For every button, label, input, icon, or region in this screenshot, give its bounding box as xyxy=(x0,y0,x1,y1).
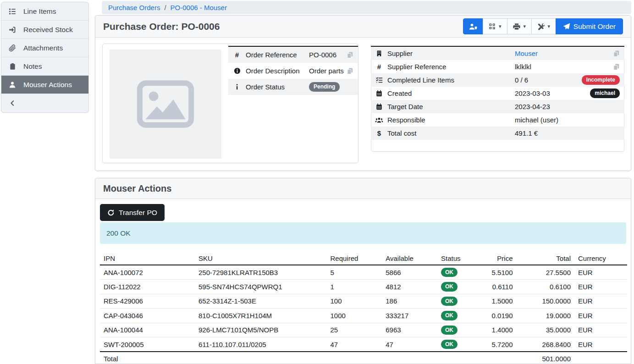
submit-order-button[interactable]: Submit Order xyxy=(556,18,623,34)
users-icon xyxy=(371,117,387,123)
cell-sku: 250-72981KLRATR150B3 xyxy=(195,265,327,280)
cell-ipn: DIG-112022 xyxy=(100,280,195,294)
ok-badge: OK xyxy=(441,268,458,277)
cell-total: 268.8400 xyxy=(517,337,575,352)
breadcrumb: Purchase Orders / PO-0006 - Mouser xyxy=(102,1,631,14)
copy-icon[interactable] xyxy=(347,51,358,59)
mouser-actions-body: Transfer PO 200 OK IPN SKU Required Avai… xyxy=(95,199,631,364)
cell-available: 5866 xyxy=(382,265,437,280)
cell-sku: 595-SN74HCS74QPWRQ1 xyxy=(195,280,327,294)
submit-order-label: Submit Order xyxy=(573,22,616,31)
cell-required: 47 xyxy=(327,337,382,352)
breadcrumb-link-current[interactable]: PO-0006 - Mouser xyxy=(171,4,227,11)
cell-currency: EUR xyxy=(574,294,627,308)
sidebar-item-notes[interactable]: Notes xyxy=(1,57,88,76)
table-row: DIG-112022 595-SN74HCS74QPWRQ1 1 4812 OK… xyxy=(100,280,627,294)
breadcrumb-link-purchase-orders[interactable]: Purchase Orders xyxy=(108,4,160,11)
purchase-order-panel-body: # Order Reference PO-0006 Order Descript… xyxy=(95,38,631,171)
mouser-actions-title: Mouser Actions xyxy=(103,183,171,194)
cell-ipn: SWT-200005 xyxy=(100,337,195,352)
col-sku: SKU xyxy=(195,252,327,265)
sidebar-collapse[interactable] xyxy=(1,94,88,112)
user-badge: michael xyxy=(590,88,620,98)
hashtag-icon: # xyxy=(228,51,246,59)
cell-ipn: CAP-043046 xyxy=(100,309,195,323)
cell-price: 5.7200 xyxy=(485,337,517,352)
detail-label: Supplier Reference xyxy=(387,63,515,71)
detail-label: Total cost xyxy=(387,129,515,137)
sidebar: Line Items Received Stock Attachments No… xyxy=(1,2,89,113)
incomplete-badge: Incomplete xyxy=(582,75,620,84)
print-menu-button[interactable]: ▾ xyxy=(507,18,532,34)
detail-label: Completed Line Items xyxy=(387,76,515,84)
detail-value: 2023-03-03 xyxy=(515,89,550,97)
calendar-icon xyxy=(371,90,387,97)
detail-value: PO-0006 xyxy=(309,51,336,59)
detail-value: lklklkl xyxy=(515,63,531,71)
mouser-actions-header: Mouser Actions xyxy=(95,178,631,199)
detail-value: 2023-04-23 xyxy=(515,103,550,110)
cell-total: 150.0000 xyxy=(517,294,575,308)
chevron-down-icon: ▾ xyxy=(524,24,526,29)
cell-price: 1.4000 xyxy=(485,323,517,337)
ok-badge: OK xyxy=(441,297,458,306)
cell-required: 5 xyxy=(327,265,382,280)
detail-value: michael (user) xyxy=(515,116,558,124)
detail-row-responsible: Responsible michael (user) xyxy=(371,113,624,127)
list-ol-icon xyxy=(1,8,23,15)
col-required: Required xyxy=(327,252,382,265)
cell-total: 19.0000 xyxy=(517,309,575,323)
cell-status: OK xyxy=(437,323,485,337)
qrcode-icon xyxy=(489,23,496,30)
table-row: RES-429006 652-3314Z-1-503E 100 186 OK 1… xyxy=(100,294,627,308)
copy-icon[interactable] xyxy=(347,67,358,75)
cell-currency: EUR xyxy=(574,337,627,352)
col-price: Price xyxy=(485,252,517,265)
sidebar-item-received-stock[interactable]: Received Stock xyxy=(1,21,88,39)
cell-sku: 926-LMC7101QM5/NOPB xyxy=(195,323,327,337)
cell-currency: EUR xyxy=(574,265,627,280)
barcode-menu-button[interactable]: ▾ xyxy=(483,18,507,34)
cell-price: 5.5100 xyxy=(485,265,517,280)
page-title: Purchase Order: PO-0006 xyxy=(103,21,220,32)
detail-row-order-description: Order Description Order parts xyxy=(228,63,358,79)
detail-label: Responsible xyxy=(387,116,515,124)
detail-row-order-reference: # Order Reference PO-0006 xyxy=(228,47,358,63)
cell-total: 27.5500 xyxy=(517,265,575,280)
cell-currency: EUR xyxy=(574,280,627,294)
col-ipn: IPN xyxy=(100,252,195,265)
supplier-details-table: Supplier Mouser # Supplier Reference lkl… xyxy=(371,46,624,140)
cell-ipn: ANA-100044 xyxy=(100,323,195,337)
refresh-icon xyxy=(107,209,115,216)
table-row: SWT-200005 611-110.107.011/0205 47 47 OK… xyxy=(100,337,627,352)
list-check-icon xyxy=(371,77,387,83)
sidebar-item-attachments[interactable]: Attachments xyxy=(1,39,88,57)
detail-value: Order parts xyxy=(309,67,344,75)
info-icon xyxy=(228,83,246,90)
table-footer-row: Total 501.0000 xyxy=(100,352,627,364)
sidebar-item-label: Line Items xyxy=(23,7,56,16)
detail-row-supplier: Supplier Mouser xyxy=(371,47,624,60)
tools-menu-button[interactable]: ▾ xyxy=(531,18,556,34)
purchase-order-panel-header: Purchase Order: PO-0006 ▾ xyxy=(95,16,631,38)
admin-button[interactable] xyxy=(463,18,483,34)
detail-value: 491.1 € xyxy=(515,129,538,137)
hashtag-icon: # xyxy=(371,63,387,71)
detail-label: Created xyxy=(387,89,515,97)
copy-icon[interactable] xyxy=(613,63,624,71)
cell-ipn: RES-429006 xyxy=(100,294,195,308)
supplier-link[interactable]: Mouser xyxy=(515,50,538,57)
copy-icon[interactable] xyxy=(613,50,624,57)
order-details-card: # Order Reference PO-0006 Order Descript… xyxy=(102,44,358,163)
ok-badge: OK xyxy=(441,340,458,349)
sidebar-item-mouser-actions[interactable]: Mouser Actions xyxy=(1,76,88,94)
status-alert: 200 OK xyxy=(100,222,626,244)
cell-available: 186 xyxy=(382,294,437,308)
sidebar-item-line-items[interactable]: Line Items xyxy=(1,2,88,21)
transfer-po-button[interactable]: Transfer PO xyxy=(100,204,165,221)
cell-required: 1 xyxy=(327,280,382,294)
detail-row-order-status: Order Status Pending xyxy=(228,79,358,95)
building-icon xyxy=(371,50,387,57)
detail-label: Supplier xyxy=(387,50,515,57)
detail-row-created: Created 2023-03-03 michael xyxy=(371,87,624,100)
